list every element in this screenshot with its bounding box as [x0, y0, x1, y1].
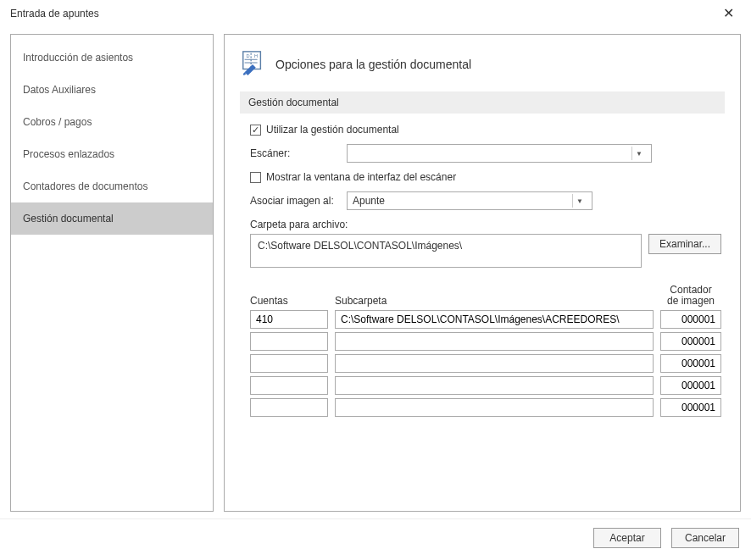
- folder-label-row: Carpeta para archivo:: [250, 219, 721, 230]
- associate-row: Asociar imagen al: Apunte ▼: [250, 191, 721, 210]
- cuenta-input[interactable]: [250, 310, 328, 329]
- chevron-down-icon: ▼: [631, 147, 646, 160]
- cuenta-input[interactable]: [250, 398, 328, 417]
- cancel-button[interactable]: Cancelar: [671, 528, 739, 548]
- browse-button[interactable]: Examinar...: [648, 234, 721, 254]
- scanner-select[interactable]: ▼: [347, 144, 652, 163]
- content-header: D H Opciones para la gestión documental: [240, 50, 725, 78]
- browse-label: Examinar...: [659, 238, 710, 250]
- titlebar: Entrada de apuntes ✕: [0, 0, 751, 27]
- folder-label: Carpeta para archivo:: [250, 219, 348, 230]
- sidebar-item-label: Cobros / pagos: [23, 116, 92, 128]
- contador-input[interactable]: [660, 398, 721, 417]
- table-row: [250, 354, 721, 373]
- form-area: Utilizar la gestión documental Escáner: …: [240, 124, 725, 417]
- folder-path-row: C:\Software DELSOL\CONTASOL\Imágenes\ Ex…: [250, 234, 721, 268]
- header-subcarpeta: Subcarpeta: [335, 295, 654, 307]
- sidebar-item-gestion-documental[interactable]: Gestión documental: [11, 202, 213, 235]
- sidebar-item-cobros-pagos[interactable]: Cobros / pagos: [11, 106, 213, 138]
- contador-input[interactable]: [660, 310, 721, 329]
- sidebar-item-contadores-documentos[interactable]: Contadores de documentos: [11, 170, 213, 202]
- content-panel: D H Opciones para la gestión documental …: [224, 34, 741, 512]
- show-interface-checkbox[interactable]: [250, 172, 261, 183]
- sidebar-item-label: Datos Auxiliares: [23, 84, 96, 96]
- accept-label: Aceptar: [609, 532, 644, 544]
- sidebar-item-procesos-enlazados[interactable]: Procesos enlazados: [11, 138, 213, 170]
- scanner-row: Escáner: ▼: [250, 144, 721, 163]
- contador-input[interactable]: [660, 354, 721, 373]
- associate-label: Asociar imagen al:: [250, 195, 342, 207]
- cuenta-input[interactable]: [250, 332, 328, 351]
- accounts-table: Cuentas Subcarpeta Contador de imagen: [250, 285, 721, 417]
- use-doc-mgmt-checkbox[interactable]: [250, 125, 261, 136]
- window-title: Entrada de apuntes: [10, 8, 99, 19]
- scanner-label: Escáner:: [250, 147, 342, 159]
- main-area: Introducción de asientos Datos Auxiliare…: [0, 27, 751, 518]
- subcarpeta-input[interactable]: [335, 398, 654, 417]
- dialog-footer: Aceptar Cancelar: [0, 518, 751, 560]
- contador-input[interactable]: [660, 332, 721, 351]
- svg-text:D: D: [247, 53, 250, 58]
- close-icon[interactable]: ✕: [716, 3, 741, 24]
- associate-select[interactable]: Apunte ▼: [347, 191, 592, 210]
- chevron-down-icon: ▼: [572, 194, 587, 208]
- sidebar-item-label: Contadores de documentos: [23, 180, 147, 192]
- sidebar: Introducción de asientos Datos Auxiliare…: [10, 34, 214, 512]
- header-contador: Contador de imagen: [660, 285, 721, 307]
- table-row: [250, 310, 721, 329]
- subcarpeta-input[interactable]: [335, 376, 654, 395]
- document-icon: D H: [240, 50, 265, 78]
- show-interface-row: Mostrar la ventana de interfaz del escán…: [250, 171, 721, 183]
- cuenta-input[interactable]: [250, 354, 328, 373]
- show-interface-label: Mostrar la ventana de interfaz del escán…: [266, 171, 456, 183]
- sidebar-item-datos-auxiliares[interactable]: Datos Auxiliares: [11, 74, 213, 106]
- use-doc-mgmt-label: Utilizar la gestión documental: [266, 124, 399, 136]
- associate-value: Apunte: [353, 195, 385, 207]
- svg-text:H: H: [254, 53, 258, 58]
- use-doc-mgmt-row: Utilizar la gestión documental: [250, 124, 721, 136]
- table-headers: Cuentas Subcarpeta Contador de imagen: [250, 285, 721, 307]
- cuenta-input[interactable]: [250, 376, 328, 395]
- accept-button[interactable]: Aceptar: [593, 528, 661, 548]
- sidebar-item-intro-asientos[interactable]: Introducción de asientos: [11, 42, 213, 74]
- section-title: Gestión documental: [240, 91, 725, 114]
- table-row: [250, 332, 721, 351]
- sidebar-item-label: Procesos enlazados: [23, 148, 114, 160]
- subcarpeta-input[interactable]: [335, 354, 654, 373]
- table-row: [250, 398, 721, 417]
- header-cuentas: Cuentas: [250, 295, 328, 307]
- folder-path-input[interactable]: C:\Software DELSOL\CONTASOL\Imágenes\: [250, 234, 642, 268]
- sidebar-item-label: Introducción de asientos: [23, 52, 133, 64]
- cancel-label: Cancelar: [685, 532, 726, 544]
- subcarpeta-input[interactable]: [335, 332, 654, 351]
- table-row: [250, 376, 721, 395]
- contador-input[interactable]: [660, 376, 721, 395]
- content-heading: Opciones para la gestión documental: [275, 58, 471, 71]
- folder-path-value: C:\Software DELSOL\CONTASOL\Imágenes\: [258, 240, 462, 252]
- subcarpeta-input[interactable]: [335, 310, 654, 329]
- sidebar-item-label: Gestión documental: [23, 213, 114, 225]
